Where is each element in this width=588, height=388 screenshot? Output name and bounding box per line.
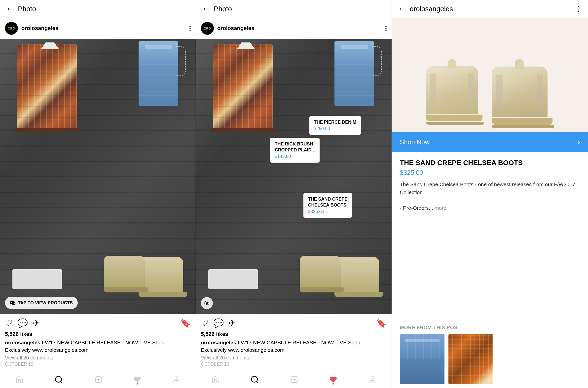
post-more-2[interactable] bbox=[385, 26, 387, 31]
likes-count-2: 5,526 likes bbox=[201, 331, 387, 337]
post-date-1: OCTOBER 15 bbox=[5, 362, 191, 367]
shop-now-label: Shop Now bbox=[400, 138, 430, 146]
like-icon-1[interactable]: ♡ bbox=[5, 318, 12, 328]
shop-now-chevron-icon: › bbox=[578, 138, 580, 146]
product-name: THE SAND CREPE CHELSEA BOOTS bbox=[400, 159, 580, 167]
svg-line-7 bbox=[257, 381, 258, 383]
product-tag-boots[interactable]: THE SAND CREPECHELSEA BOOTS $325.00 bbox=[303, 193, 352, 218]
post-actions-2: ♡ 💬 ✈ 🔖 bbox=[196, 314, 392, 330]
shopping-bag-icon-2: 🛍 bbox=[204, 300, 210, 306]
comment-icon-1[interactable]: 💬 bbox=[17, 318, 28, 328]
post-image-2[interactable]: THE RICK BRUSHCROPPED PLAID... $145.00 T… bbox=[196, 39, 392, 314]
comment-icon-2[interactable]: 💬 bbox=[213, 318, 224, 328]
post-image-1[interactable]: 🛍 TAP TO VIEW PRODUCTS bbox=[0, 39, 196, 314]
bookmark-icon-1[interactable]: 🔖 bbox=[180, 318, 191, 328]
post-text-2: 5,526 likes orolosangeles FW17 NEW CAPSU… bbox=[196, 330, 392, 371]
jeans-thumb-image bbox=[400, 334, 444, 384]
dot5 bbox=[385, 28, 387, 29]
caption-user-1[interactable]: orolosangeles bbox=[5, 340, 40, 345]
caption-user-2[interactable]: orolosangeles bbox=[201, 340, 236, 345]
like-icon-2[interactable]: ♡ bbox=[201, 318, 208, 328]
nav-search-2[interactable] bbox=[250, 375, 259, 384]
shopping-bag-icon-1: 🛍 bbox=[10, 300, 15, 306]
post-text-1: 5,526 likes orolosangeles FW17 NEW CAPSU… bbox=[0, 330, 196, 371]
more-product-shirt[interactable] bbox=[448, 334, 493, 384]
nav-home-1[interactable] bbox=[15, 376, 23, 384]
post-date-2: OCTOBER 15 bbox=[201, 362, 387, 367]
right-panel: ← orolosangeles ⋮ bbox=[392, 0, 588, 388]
header-title-2: Photo bbox=[214, 5, 386, 13]
back-button-1[interactable]: ← bbox=[6, 4, 14, 13]
tap-label-1: TAP TO VIEW PRODUCTS bbox=[18, 300, 73, 306]
tap-to-view-1[interactable]: 🛍 TAP TO VIEW PRODUCTS bbox=[5, 297, 78, 309]
boots-item-1b bbox=[104, 256, 148, 294]
avatar-1[interactable]: ORO bbox=[5, 22, 18, 35]
dot3 bbox=[189, 30, 191, 31]
tap-small-2[interactable]: 🛍 bbox=[201, 297, 213, 309]
username-1[interactable]: orolosangeles bbox=[21, 25, 189, 32]
more-icon-right[interactable]: ⋮ bbox=[575, 5, 582, 13]
tag-boots-name: THE SAND CREPECHELSEA BOOTS bbox=[308, 196, 347, 208]
caption-1: orolosangeles FW17 NEW CAPSULE RELEASE -… bbox=[5, 339, 191, 353]
boots-item-2b bbox=[300, 256, 344, 294]
nav-add-1[interactable] bbox=[94, 376, 102, 384]
panel-1: ← Photo ORO orolosangeles bbox=[0, 0, 196, 388]
tag-boots-price: $325.00 bbox=[308, 209, 347, 214]
share-icon-1[interactable]: ✈ bbox=[33, 318, 40, 328]
product-tag-plaid[interactable]: THE RICK BRUSHCROPPED PLAID... $145.00 bbox=[270, 138, 320, 163]
panel2-header: ← Photo bbox=[196, 0, 392, 18]
more-products-row bbox=[400, 334, 580, 384]
dot6 bbox=[385, 30, 387, 31]
product-description: The Sand Crepe Chelsea Boots - one of ne… bbox=[400, 180, 580, 212]
share-icon-2[interactable]: ✈ bbox=[229, 318, 236, 328]
shirt-item-1 bbox=[7, 44, 87, 143]
svg-point-6 bbox=[252, 376, 257, 382]
product-image-area bbox=[392, 18, 588, 132]
tee-item-1 bbox=[12, 269, 62, 289]
username-2[interactable]: orolosangeles bbox=[217, 25, 385, 32]
nav-search-1[interactable] bbox=[54, 375, 63, 384]
avatar-2[interactable]: ORO bbox=[201, 22, 214, 35]
more-link[interactable]: more bbox=[435, 205, 446, 211]
tag-plaid-price: $145.00 bbox=[275, 154, 315, 159]
nav-dot-2 bbox=[332, 383, 334, 385]
jeans-item-2 bbox=[334, 41, 379, 116]
svg-point-11 bbox=[371, 377, 373, 379]
nav-dot-1 bbox=[137, 383, 138, 385]
dot4 bbox=[385, 26, 387, 27]
bookmark-icon-2[interactable]: 🔖 bbox=[376, 318, 387, 328]
flatlay-bg-2 bbox=[196, 39, 392, 314]
view-comments-2[interactable]: View all 20 comments bbox=[201, 355, 387, 361]
product-tag-denim[interactable]: THE PIERCE DENIM $250.00 bbox=[309, 116, 361, 135]
nav-activity-2[interactable] bbox=[329, 376, 337, 384]
flatlay-bg-1 bbox=[0, 39, 196, 314]
shop-now-button[interactable]: Shop Now › bbox=[392, 132, 588, 152]
likes-count-1: 5,526 likes bbox=[5, 331, 191, 337]
tag-denim-name: THE PIERCE DENIM bbox=[314, 119, 356, 125]
back-button-right[interactable]: ← bbox=[398, 4, 406, 13]
nav-profile-1[interactable] bbox=[172, 376, 180, 384]
svg-line-1 bbox=[61, 381, 62, 383]
post-actions-1: ♡ 💬 ✈ 🔖 bbox=[0, 314, 196, 330]
nav-home-2[interactable] bbox=[211, 376, 219, 384]
boot-product-back bbox=[426, 66, 484, 125]
post-more-1[interactable] bbox=[189, 26, 191, 31]
nav-profile-2[interactable] bbox=[368, 376, 376, 384]
tee-item-2 bbox=[208, 269, 258, 289]
nav-activity-1[interactable] bbox=[133, 376, 141, 384]
right-header-title: orolosangeles bbox=[410, 5, 575, 13]
more-from-post: MORE FROM THIS POST bbox=[392, 319, 588, 388]
jeans-item-1 bbox=[139, 41, 183, 116]
tag-denim-price: $250.00 bbox=[314, 126, 356, 131]
svg-point-0 bbox=[56, 376, 62, 382]
header-title-1: Photo bbox=[18, 5, 190, 13]
view-comments-1[interactable]: View all 20 comments bbox=[5, 355, 191, 361]
bottom-nav-1 bbox=[0, 371, 196, 388]
more-product-jeans[interactable] bbox=[400, 334, 444, 384]
shirt-thumb-image bbox=[448, 334, 493, 384]
svg-point-5 bbox=[175, 377, 178, 379]
panel-2: ← Photo ORO orolosangeles bbox=[196, 0, 392, 388]
back-button-2[interactable]: ← bbox=[202, 4, 210, 13]
nav-add-2[interactable] bbox=[290, 376, 298, 384]
boot-product-front bbox=[492, 67, 554, 128]
